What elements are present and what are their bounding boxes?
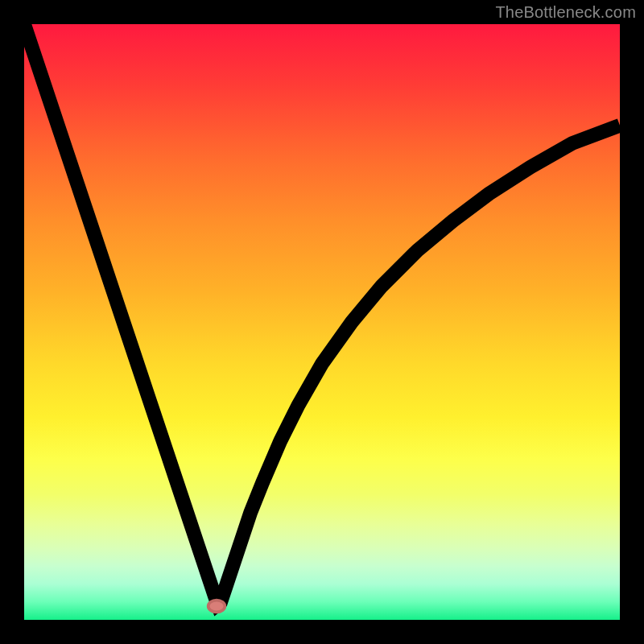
curve-layer — [24, 24, 620, 620]
chart-frame: TheBottleneck.com — [0, 0, 644, 644]
attribution-text: TheBottleneck.com — [495, 3, 636, 22]
optimum-marker — [208, 601, 225, 613]
plot-area — [24, 24, 620, 620]
bottleneck-curve — [24, 24, 620, 605]
